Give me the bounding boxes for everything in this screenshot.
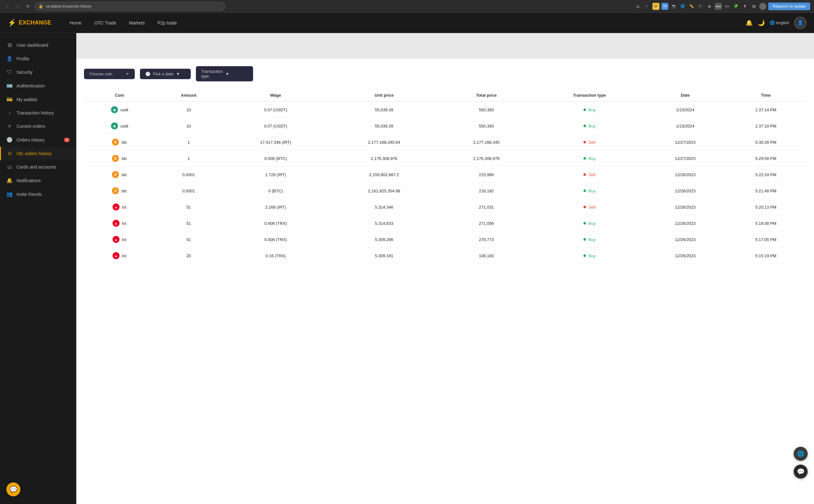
sidebar-item-transaction-history[interactable]: ↕ Transaction history bbox=[0, 106, 76, 120]
cell-coin-9: ▲ trx bbox=[84, 248, 155, 264]
address-bar[interactable]: 🔒 ce.datest.ir/user/otc-history bbox=[34, 2, 225, 11]
chat-support-button[interactable]: 💬 bbox=[794, 465, 808, 479]
table-row: ₿ btc 0.0001 1,728 (IRT) 2,159,902,687.2… bbox=[84, 167, 806, 183]
ext-screen[interactable]: 🖥 bbox=[706, 3, 713, 10]
cell-date-1: 1/23/2024 bbox=[645, 118, 725, 134]
translate-button[interactable]: 🌐 bbox=[794, 447, 808, 461]
ext-sidebar[interactable]: ▤ bbox=[750, 3, 757, 10]
date-filter-chevron: ▼ bbox=[176, 72, 180, 76]
cell-unit-price-4: 2,159,902,687.2 bbox=[329, 167, 439, 183]
cell-tx-type-5: Buy bbox=[534, 183, 645, 199]
nav-home[interactable]: Home bbox=[64, 18, 87, 28]
ext-code[interactable]: </> bbox=[724, 3, 731, 10]
cell-time-9: 5:15:19 PM bbox=[725, 248, 806, 264]
col-coin: Coin bbox=[84, 89, 155, 102]
relaunch-button[interactable]: Relaunch to update bbox=[768, 3, 810, 10]
cell-time-0: 1:37:14 PM bbox=[725, 102, 806, 118]
cell-amount-1: 10 bbox=[155, 118, 222, 134]
sidebar-item-my-wallets[interactable]: 💳 My wallets bbox=[0, 93, 76, 106]
back-button[interactable]: ← bbox=[4, 3, 11, 10]
ext-shield[interactable]: 🛡 bbox=[697, 3, 704, 10]
sidebar-label-orders-history: Orders history bbox=[17, 137, 45, 142]
cell-tx-type-0: Buy bbox=[534, 102, 645, 118]
notifications-icon: 🔔 bbox=[6, 177, 13, 183]
avatar-button[interactable]: 👤 bbox=[794, 17, 806, 29]
sidebar: ⊞ User dashboard 👤 Profile 🛡 Security 🪪 … bbox=[0, 33, 76, 504]
cell-wage-2: 17,417,346 (IRT) bbox=[222, 134, 329, 150]
lock-icon: 🔒 bbox=[38, 4, 43, 9]
date-filter[interactable]: 🕐 Pick a date ▼ bbox=[140, 69, 191, 79]
cell-total-price-3: 2,176,308,976 bbox=[439, 150, 534, 167]
cell-total-price-1: 550,393 bbox=[439, 118, 534, 134]
language-selector[interactable]: 🌐 english bbox=[770, 20, 789, 25]
table-row: ◈ usdt 10 0.07 (USDT) 55,039.39 550,393 … bbox=[84, 102, 806, 118]
sidebar-label-current-orders: Current orders bbox=[17, 124, 45, 129]
browser-chrome: ← → ↻ 🔒 ce.datest.ir/user/otc-history 🗂 … bbox=[0, 0, 814, 13]
nav-p2p[interactable]: P2p trade bbox=[152, 18, 183, 28]
cell-coin-7: ▲ trx bbox=[84, 215, 155, 231]
sidebar-item-current-orders[interactable]: ≡ Current orders bbox=[0, 120, 76, 133]
sidebar-label-transaction-history: Transaction history bbox=[17, 110, 54, 115]
sidebar-item-security[interactable]: 🛡 Security bbox=[0, 66, 76, 79]
sidebar-item-profile[interactable]: 👤 Profile bbox=[0, 52, 76, 66]
forward-button[interactable]: → bbox=[14, 3, 22, 10]
coin-filter[interactable]: Choose coin ▼ bbox=[84, 69, 135, 79]
ext-globe[interactable]: 🌐 bbox=[679, 3, 686, 10]
table-row: ₿ btc 1 0.008 (BTC) 2,176,308,976 2,176,… bbox=[84, 150, 806, 167]
sidebar-item-authentication[interactable]: 🪪 Authentication bbox=[0, 79, 76, 93]
cell-date-8: 12/26/2023 bbox=[645, 231, 725, 248]
ext-avatar[interactable] bbox=[759, 3, 766, 10]
logo-text: EXCHANGE bbox=[19, 19, 51, 26]
ext-1[interactable]: 17 bbox=[652, 3, 659, 10]
table-row: ▲ trx 51 2,168 (IRT) 5,314.346 271,031 S… bbox=[84, 199, 806, 215]
cell-amount-9: 20 bbox=[155, 248, 222, 264]
sidebar-label-security: Security bbox=[17, 70, 33, 75]
reload-button[interactable]: ↻ bbox=[24, 3, 32, 10]
sidebar-item-cards-accounts[interactable]: 🗂 Cards and accounts bbox=[0, 160, 76, 174]
cell-time-8: 5:17:05 PM bbox=[725, 231, 806, 248]
table-row: ₿ btc 1 17,417,346 (IRT) 2,177,168,345.6… bbox=[84, 134, 806, 150]
ext-pen[interactable]: ✏️ bbox=[688, 3, 695, 10]
cell-coin-0: ◈ usdt bbox=[84, 102, 155, 118]
cell-coin-4: ₿ btc bbox=[84, 167, 155, 183]
ext-2[interactable]: 36 bbox=[661, 3, 668, 10]
logo[interactable]: ⚡ EXCHANGE bbox=[8, 19, 51, 27]
sidebar-item-orders-history[interactable]: 🕐 Orders history 9 bbox=[0, 133, 76, 147]
cell-wage-8: 0.408 (TRX) bbox=[222, 231, 329, 248]
cell-tx-type-9: Buy bbox=[534, 248, 645, 264]
cell-unit-price-9: 5,309.181 bbox=[329, 248, 439, 264]
cell-tx-type-7: Buy bbox=[534, 215, 645, 231]
col-total-price: Total price bbox=[439, 89, 534, 102]
translate-icon: 🌐 bbox=[797, 450, 804, 457]
bookmark-icon[interactable]: ☆ bbox=[644, 3, 651, 10]
cell-total-price-5: 216,182 bbox=[439, 183, 534, 199]
sidebar-item-user-dashboard[interactable]: ⊞ User dashboard bbox=[0, 38, 76, 52]
cell-unit-price-6: 5,314.346 bbox=[329, 199, 439, 215]
ext-camera[interactable]: 📷 bbox=[670, 3, 677, 10]
sidebar-label-user-dashboard: User dashboard bbox=[17, 43, 48, 48]
cell-unit-price-7: 5,314.833 bbox=[329, 215, 439, 231]
cell-wage-9: 0.16 (TRX) bbox=[222, 248, 329, 264]
ext-download[interactable]: ⬇ bbox=[742, 3, 748, 10]
cell-date-7: 12/26/2023 bbox=[645, 215, 725, 231]
sidebar-item-invite-friends[interactable]: 👥 Invite friends bbox=[0, 187, 76, 201]
nav-otc[interactable]: OTC Trade bbox=[88, 18, 122, 28]
bell-button[interactable]: 🔔 bbox=[746, 19, 753, 26]
ext-puzzle[interactable]: 🧩 bbox=[733, 3, 740, 10]
table-row: ◈ usdt 10 0.07 (USDT) 55,039.39 550,393 … bbox=[84, 118, 806, 134]
sidebar-label-notifications: Notifications bbox=[17, 178, 41, 183]
sidebar-item-otc-orders-history[interactable]: ⊜ Otc orders history bbox=[0, 147, 76, 160]
col-unit-price: Unit price bbox=[329, 89, 439, 102]
sidebar-item-notifications[interactable]: 🔔 Notifications bbox=[0, 174, 76, 187]
nav-markets[interactable]: Markets bbox=[123, 18, 151, 28]
table-row: ▲ trx 51 0.408 (TRX) 5,314.833 271,056 B… bbox=[84, 215, 806, 231]
live-chat-button[interactable]: 💬 bbox=[6, 482, 20, 496]
tx-type-filter[interactable]: Transactiontype ▼ bbox=[196, 66, 253, 81]
cell-time-1: 1:37:10 PM bbox=[725, 118, 806, 134]
user-icon: 👤 bbox=[797, 20, 804, 26]
cell-unit-price-2: 2,177,168,345.64 bbox=[329, 134, 439, 150]
nav-right: 🔔 🌙 🌐 english 👤 bbox=[746, 17, 806, 29]
theme-toggle[interactable]: 🌙 bbox=[758, 19, 765, 26]
ext-new[interactable]: New bbox=[715, 3, 722, 10]
app-wrapper: ⚡ EXCHANGE Home OTC Trade Markets P2p tr… bbox=[0, 13, 814, 504]
